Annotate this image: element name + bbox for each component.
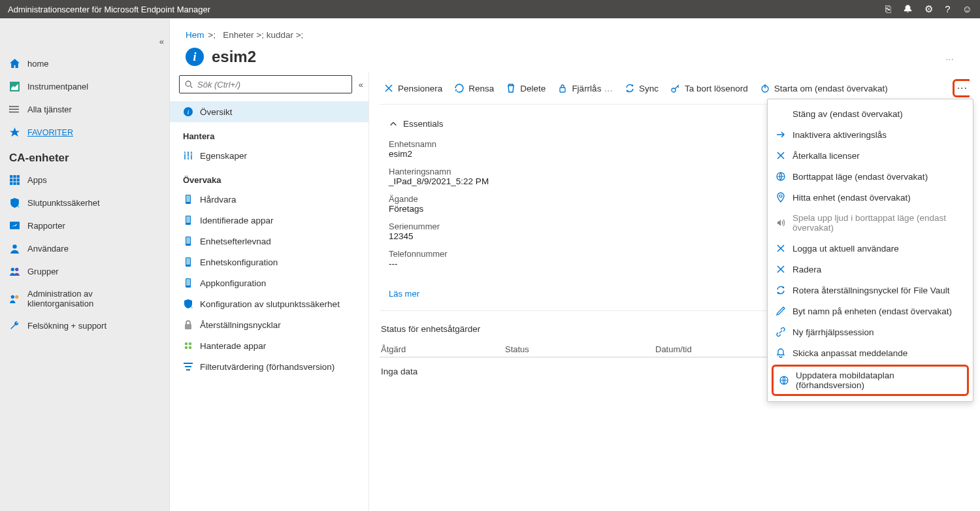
nav-properties[interactable]: Egenskaper <box>170 145 368 166</box>
remove-passcode-button[interactable]: Ta bort lösenord <box>666 80 752 96</box>
primary-sidebar: « home Instrumentpanel Alla tjänster FAV… <box>0 18 170 511</box>
help-icon[interactable]: ? <box>945 3 950 15</box>
nav-home[interactable]: home <box>0 52 169 75</box>
nav-overview[interactable]: Översikt <box>170 101 368 122</box>
nav-label: home <box>27 59 49 69</box>
nav-troubleshoot[interactable]: Felsökning + support <box>0 314 169 337</box>
nav-users[interactable]: Användare <box>0 237 169 260</box>
nav-label: Felsökning + support <box>27 321 106 331</box>
nav-recovery-keys[interactable]: Återställningsnycklar <box>170 314 368 335</box>
col-date: Datum/tid <box>655 344 692 354</box>
nav-label: Användare <box>27 244 69 254</box>
nav-endpoint-security[interactable]: Slutpunktssäkerhet <box>0 191 169 214</box>
nav-filter-eval[interactable]: Filterutvärdering (förhandsversion) <box>170 356 368 377</box>
nav-managed-apps[interactable]: Hanterade appar <box>170 335 368 356</box>
nav-label: Alla tjänster <box>27 105 72 114</box>
nav-label: Rapporter <box>27 221 65 231</box>
title-more-icon[interactable]: … <box>945 52 954 62</box>
ctx-lost-mode[interactable]: Borttappat läge (endast övervakat) <box>768 166 973 187</box>
nav-label: Enhetskonfiguration <box>200 257 278 267</box>
collapse-resource-nav-icon[interactable]: « <box>359 80 361 90</box>
ctx-disable-activation-lock[interactable]: Inaktivera aktiveringslås <box>768 124 973 145</box>
nav-label: Återställningsnycklar <box>200 320 281 330</box>
ctx-send-custom-msg[interactable]: Skicka anpassat meddelande <box>768 342 973 363</box>
ctx-locate-device[interactable]: Hitta enhet (endast övervakat) <box>768 187 973 208</box>
ctx-erase[interactable]: Radera <box>768 259 973 280</box>
monitor-section: Övervaka <box>170 166 368 189</box>
nav-dashboard[interactable]: Instrumentpanel <box>0 75 169 98</box>
nav-label: Konfiguration av slutpunktssäkerhet <box>200 299 340 309</box>
breadcrumb: Hem >; Enheter >; kuddar >; <box>170 18 980 44</box>
ctx-play-sound[interactable]: Spela upp ljud i borttappat läge (endast… <box>768 208 973 238</box>
search-input[interactable] <box>197 80 347 90</box>
ctx-shutdown[interactable]: Stäng av (endast övervakat) <box>768 103 973 124</box>
ctx-rotate-filevault-key[interactable]: Rotera återställningsnyckel för File Vau… <box>768 280 973 301</box>
nav-reports[interactable]: Rapporter <box>0 214 169 237</box>
nav-tenant-admin[interactable]: Administration av klientorganisation <box>0 283 169 314</box>
remote-lock-button[interactable]: Fjärrlås… <box>553 80 617 96</box>
wipe-button[interactable]: Rensa <box>450 80 498 96</box>
nav-label: Apps <box>27 175 47 185</box>
sidebar-section-title: CA-enheter <box>0 144 169 169</box>
ctx-rename-device[interactable]: Byt namn på enheten (endast övervakat) <box>768 301 973 321</box>
search-input-wrapper[interactable] <box>179 75 352 93</box>
col-status: Status <box>505 344 655 354</box>
nav-label: Egenskaper <box>200 151 247 161</box>
top-bar: Administrationscenter för Microsoft Endp… <box>0 0 980 18</box>
sync-button[interactable]: Sync <box>621 80 662 96</box>
nav-endpoint-sec-config[interactable]: Konfiguration av slutpunktssäkerhet <box>170 293 368 314</box>
nav-label: Filterutvärdering (förhandsversion) <box>200 362 335 372</box>
nav-groups[interactable]: Grupper <box>0 260 169 283</box>
nav-device-config[interactable]: Enhetskonfiguration <box>170 252 368 272</box>
notifications-icon[interactable]: 🔔︎ <box>903 3 913 15</box>
nav-label: Hanterade appar <box>200 341 266 351</box>
col-action: Åtgärd <box>381 344 505 354</box>
nav-label: Grupper <box>27 267 59 276</box>
delete-button[interactable]: Delete <box>502 80 549 96</box>
nav-discovered-apps[interactable]: Identifierade appar <box>170 210 368 231</box>
ctx-new-remote-session[interactable]: Ny fjärrhjälpssession <box>768 321 973 342</box>
settings-icon[interactable]: ⚙ <box>924 3 933 15</box>
manage-section: Hantera <box>170 122 368 145</box>
info-icon: i <box>186 48 204 66</box>
ctx-update-mobile-plan[interactable]: Uppdatera mobildataplan (förhandsversion… <box>774 367 967 394</box>
nav-apps[interactable]: Apps <box>0 169 169 191</box>
retire-button[interactable]: Pensionera <box>380 80 446 96</box>
essentials-label: Essentials <box>403 119 444 129</box>
nav-label: FAVORITER <box>27 128 73 137</box>
ctx-logout-user[interactable]: Logga ut aktuell användare <box>768 238 973 259</box>
more-actions-button[interactable]: ··· <box>953 79 970 97</box>
nav-label: Slutpunktssäkerhet <box>27 198 100 208</box>
nav-label: Appkonfiguration <box>200 278 266 288</box>
nav-label: Översikt <box>200 107 233 117</box>
resource-sidebar: « Översikt Hantera Egenskaper Övervaka H… <box>170 73 369 511</box>
nav-label: Instrumentpanel <box>27 82 88 91</box>
main-content: Pensionera Rensa Delete Fjärrlås… Sync T… <box>369 73 980 511</box>
more-actions-menu: Stäng av (endast övervakat) Inaktivera a… <box>767 99 973 402</box>
breadcrumb-devices[interactable]: Enheter <box>223 30 253 40</box>
feedback-icon[interactable]: ☺ <box>962 3 972 15</box>
breadcrumb-hubs[interactable]: kuddar <box>267 30 293 40</box>
product-title: Administrationscenter för Microsoft Endp… <box>8 5 210 14</box>
nav-device-compliance[interactable]: Enhetsefterlevnad <box>170 231 368 252</box>
page-title: esim2 <box>212 48 256 66</box>
ctx-revoke-licenses[interactable]: Återkalla licenser <box>768 145 973 166</box>
nav-label: Identifierade appar <box>200 216 274 225</box>
nav-label: Administration av klientorganisation <box>27 289 160 308</box>
nav-all-services[interactable]: Alla tjänster <box>0 98 169 121</box>
restart-button[interactable]: Starta om (endast övervakat) <box>756 80 892 96</box>
nav-favorites[interactable]: FAVORITER <box>0 121 169 144</box>
nav-hardware[interactable]: Hårdvara <box>170 189 368 210</box>
collapse-sidebar-icon[interactable]: « <box>159 37 161 46</box>
nav-label: Hårdvara <box>200 195 237 205</box>
nav-app-config[interactable]: Appkonfiguration <box>170 272 368 293</box>
topbar-actions: ⎘ 🔔︎ ⚙ ? ☺ <box>885 3 972 15</box>
nav-label: Enhetsefterlevnad <box>200 237 271 246</box>
breadcrumb-home[interactable]: Hem <box>186 30 204 40</box>
directory-icon[interactable]: ⎘ <box>885 3 891 15</box>
